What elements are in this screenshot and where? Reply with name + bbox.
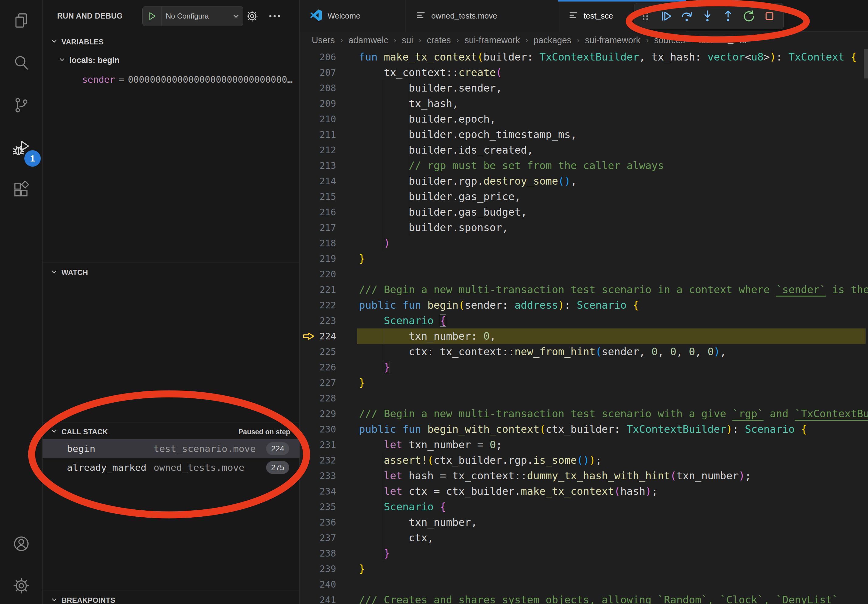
breakpoints-section-header[interactable]: BREAKPOINTS [43, 592, 299, 604]
line-number[interactable]: 222 [299, 297, 336, 313]
line-number[interactable]: 214 [299, 173, 336, 189]
gear-icon[interactable] [246, 10, 259, 24]
toolbar-drag-handle[interactable] [639, 9, 652, 23]
code-line-239[interactable]: 239} [299, 561, 868, 577]
breadcrumb-item[interactable]: sources [654, 35, 685, 45]
code-line-234[interactable]: 234 let ctx = ctx_builder.make_tx_contex… [299, 483, 868, 499]
line-number[interactable]: 215 [299, 189, 336, 204]
line-number[interactable]: 236 [299, 514, 336, 530]
breadcrumb-item[interactable]: sui-framework [585, 35, 640, 45]
variables-section-header[interactable]: VARIABLES [43, 34, 299, 51]
code-line-207[interactable]: 207 tx_context::create( [299, 65, 868, 80]
code-line-215[interactable]: 215 builder.gas_price, [299, 189, 868, 204]
line-number[interactable]: 219 [299, 251, 336, 266]
line-number[interactable]: 231 [299, 437, 336, 452]
breadcrumb-item[interactable]: adamwelc [349, 35, 388, 45]
line-number[interactable]: 208 [299, 80, 336, 96]
code-line-228[interactable]: 228 [299, 390, 868, 406]
line-number[interactable]: 232 [299, 452, 336, 468]
code-line-227[interactable]: 227} [299, 375, 868, 390]
line-number[interactable]: 227 [299, 375, 336, 390]
code-line-230[interactable]: 230public fun begin_with_context(ctx_bui… [299, 421, 868, 437]
code-line-217[interactable]: 217 builder.sponsor, [299, 220, 868, 235]
line-number[interactable]: 233 [299, 468, 336, 483]
start-debugging-icon[interactable] [143, 6, 161, 26]
code-line-209[interactable]: 209 tx_hash, [299, 96, 868, 111]
code-line-224[interactable]: 224 txn_number: 0, [299, 328, 868, 344]
code-line-236[interactable]: 236 txn_number, [299, 514, 868, 530]
code-line-225[interactable]: 225 ctx: tx_context::new_from_hint(sende… [299, 344, 868, 359]
breadcrumb-item[interactable]: sui [402, 35, 413, 45]
code-line-212[interactable]: 212 builder.ids_created, [299, 142, 868, 158]
line-number[interactable]: 209 [299, 96, 336, 111]
code-line-240[interactable]: 240 [299, 577, 868, 592]
breadcrumb-item[interactable]: crates [427, 35, 451, 45]
continue-button[interactable] [659, 9, 673, 23]
line-number[interactable]: 218 [299, 235, 336, 251]
step-out-button[interactable] [721, 9, 735, 23]
line-number[interactable]: 211 [299, 127, 336, 142]
extensions-icon[interactable] [13, 181, 30, 198]
code-line-223[interactable]: 223 Scenario { [299, 313, 868, 328]
more-actions-icon[interactable] [268, 10, 281, 24]
line-number[interactable]: 223 [299, 313, 336, 328]
variable-row[interactable]: sender = 00000000000000000000000000000… [82, 71, 295, 87]
breadcrumb-item[interactable]: Users [312, 35, 335, 45]
line-number[interactable]: 240 [299, 577, 336, 592]
step-into-button[interactable] [701, 9, 714, 23]
breadcrumb-item[interactable]: te [739, 35, 747, 45]
code-line-237[interactable]: 237 ctx, [299, 530, 868, 546]
call-stack-frame-begin[interactable]: begintest_scenario.move224 [43, 439, 299, 458]
line-number[interactable]: 210 [299, 111, 336, 127]
code-line-226[interactable]: 226 } [299, 359, 868, 375]
line-number[interactable]: 238 [299, 546, 336, 561]
variables-scope-row[interactable]: locals: begin [58, 52, 119, 68]
line-number[interactable]: 220 [299, 266, 336, 282]
explorer-icon[interactable] [13, 12, 30, 29]
line-number[interactable]: 216 [299, 204, 336, 220]
breadcrumb-item[interactable]: test [699, 35, 713, 45]
watch-section-header[interactable]: WATCH [43, 264, 299, 281]
code-line-214[interactable]: 214 builder.rgp.destroy_some(), [299, 173, 868, 189]
line-number[interactable]: 237 [299, 530, 336, 546]
breadcrumb-item[interactable]: packages [533, 35, 571, 45]
line-number[interactable]: 212 [299, 142, 336, 158]
line-number[interactable]: 225 [299, 344, 336, 359]
code-line-238[interactable]: 238 } [299, 546, 868, 561]
line-number[interactable]: 230 [299, 421, 336, 437]
line-number[interactable]: 206 [299, 49, 336, 65]
code-line-233[interactable]: 233 let hash = tx_context::dummy_tx_hash… [299, 468, 868, 483]
settings-gear-icon[interactable] [13, 577, 30, 594]
line-number[interactable]: 234 [299, 483, 336, 499]
stop-button[interactable] [763, 9, 776, 23]
call-stack-frame-already_marked[interactable]: already_markedowned_tests.move275 [43, 458, 299, 477]
breadcrumb-item[interactable]: sui-framework [464, 35, 520, 45]
line-number[interactable]: 217 [299, 220, 336, 235]
code-line-216[interactable]: 216 builder.gas_budget, [299, 204, 868, 220]
source-control-icon[interactable] [13, 97, 30, 114]
code-line-208[interactable]: 208 builder.sender, [299, 80, 868, 96]
line-number[interactable]: 207 [299, 65, 336, 80]
code-line-241[interactable]: 241/// Creates and shares system objects… [299, 592, 868, 604]
code-line-222[interactable]: 222public fun begin(sender: address): Sc… [299, 297, 868, 313]
code-line-235[interactable]: 235 Scenario { [299, 499, 868, 514]
account-icon[interactable] [13, 535, 30, 552]
line-number[interactable]: 226 [299, 359, 336, 375]
search-icon[interactable] [13, 54, 30, 71]
line-number[interactable]: 229 [299, 406, 336, 421]
code-area[interactable]: 206fun make_tx_context(builder: TxContex… [299, 49, 868, 604]
line-number[interactable]: 213 [299, 158, 336, 173]
step-over-button[interactable] [680, 9, 693, 23]
tab-Welcome[interactable]: Welcome [299, 0, 406, 32]
line-number[interactable]: 228 [299, 390, 336, 406]
line-number[interactable]: 241 [299, 592, 336, 604]
tab-owned_tests.move[interactable]: owned_tests.move [406, 0, 558, 32]
code-line-219[interactable]: 219} [299, 251, 868, 266]
line-number[interactable]: 235 [299, 499, 336, 514]
code-line-229[interactable]: 229/// Begin a new multi-transaction tes… [299, 406, 868, 421]
line-number[interactable]: 239 [299, 561, 336, 577]
code-line-232[interactable]: 232 assert!(ctx_builder.rgp.is_some()); [299, 452, 868, 468]
code-line-220[interactable]: 220 [299, 266, 868, 282]
line-number[interactable]: 221 [299, 282, 336, 297]
code-line-211[interactable]: 211 builder.epoch_timestamp_ms, [299, 127, 868, 142]
